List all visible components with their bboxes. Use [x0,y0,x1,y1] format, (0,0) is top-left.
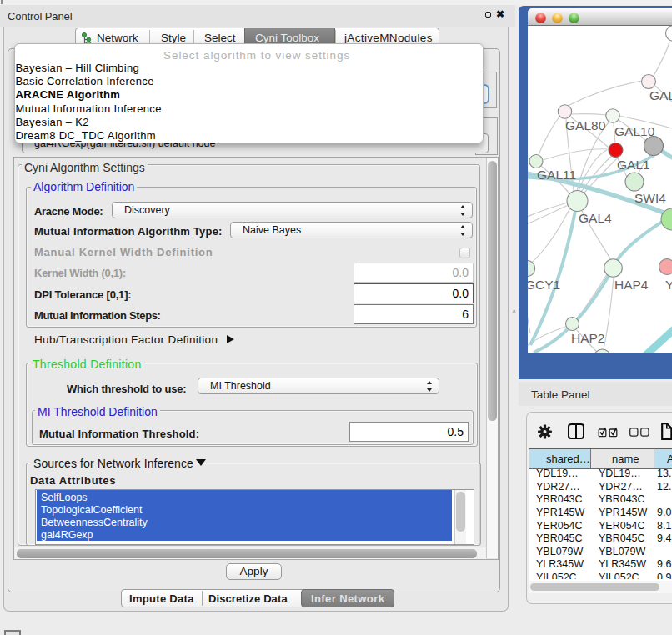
svg-text:YG: YG [665,278,672,292]
svg-text:GAL80: GAL80 [565,118,606,132]
svg-text:HAP4: HAP4 [614,278,649,292]
svg-text:GCY1: GCY1 [528,278,560,292]
svg-text:SWI4: SWI4 [634,191,666,205]
svg-text:HAP2: HAP2 [571,331,605,345]
svg-text:GAL11: GAL11 [537,168,576,182]
svg-text:GAL10: GAL10 [614,124,655,138]
svg-text:GAL1: GAL1 [617,158,650,172]
svg-text:GAL7: GAL7 [649,88,672,102]
svg-text:GAL4: GAL4 [579,211,612,225]
